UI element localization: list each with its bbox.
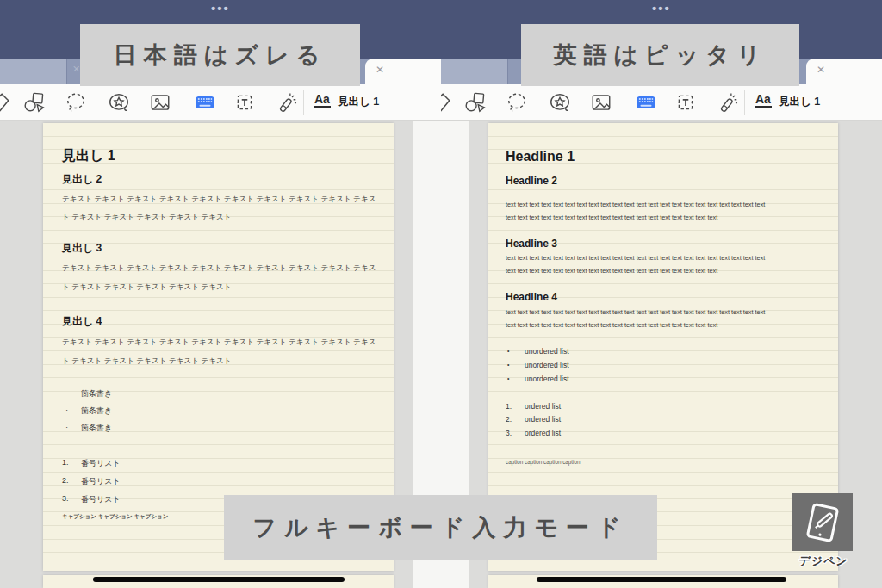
more-options-icon[interactable]: ••• <box>0 1 441 15</box>
pen-tool-icon[interactable] <box>441 90 453 115</box>
toolbar: Aa 見出し 1 <box>441 84 882 121</box>
paragraph-style-label[interactable]: 見出し 1 <box>338 95 379 109</box>
body-line: テキスト テキスト テキスト テキスト テキスト テキスト テキスト テキスト … <box>62 263 376 274</box>
body-line: ト テキスト テキスト テキスト テキスト テキスト <box>62 282 232 293</box>
heading3: 見出し 3 <box>62 241 102 256</box>
home-indicator[interactable] <box>537 577 786 582</box>
brand-name: デジペン <box>782 554 865 569</box>
body-line: text text text text text text text text … <box>506 308 765 316</box>
heading2: 見出し 2 <box>62 172 102 187</box>
body-line: ト テキスト テキスト テキスト テキスト テキスト <box>62 356 232 367</box>
body-line: text text text text text text text text … <box>506 254 765 262</box>
close-icon[interactable]: ✕ <box>817 64 825 76</box>
toolbar: Aa 見出し 1 <box>0 84 441 121</box>
text-style-button[interactable]: Aa <box>314 93 331 108</box>
home-indicator[interactable] <box>93 577 345 582</box>
tablet-pen-icon <box>799 499 846 546</box>
bullet-icon: • <box>507 375 509 381</box>
body-line: テキスト テキスト テキスト テキスト テキスト テキスト テキスト テキスト … <box>62 195 376 205</box>
more-options-icon[interactable]: ••• <box>441 1 882 15</box>
text-style-button[interactable]: Aa <box>755 93 772 108</box>
tab-inactive[interactable] <box>0 59 67 84</box>
laser-pointer-icon[interactable] <box>274 90 298 115</box>
bullet-icon: ・ <box>64 389 70 398</box>
list-item: ordered list <box>525 402 561 411</box>
list-item: 箇条書き <box>81 405 112 417</box>
list-item: ordered list <box>525 429 561 437</box>
body-line: text text text text text text text text … <box>506 267 717 275</box>
shapes-tool-icon[interactable] <box>22 90 47 115</box>
body-line: ト テキスト テキスト テキスト テキスト テキスト <box>62 213 232 223</box>
list-number: 3. <box>62 494 69 503</box>
paragraph-style-label[interactable]: 見出し 1 <box>779 95 820 109</box>
body-line: text text text text text text text text … <box>506 214 717 221</box>
caption-line: キャプション キャプション キャプション <box>62 513 168 521</box>
list-item: 番号リスト <box>81 494 121 505</box>
list-item: unordered list <box>525 374 569 383</box>
caption-banner-japanese: 日本語はズレる <box>80 24 360 86</box>
text-tool-icon[interactable] <box>233 90 257 115</box>
list-item: unordered list <box>525 361 569 369</box>
close-icon[interactable]: ✕ <box>72 64 80 75</box>
toolbar-divider <box>744 90 745 115</box>
body-line: テキスト テキスト テキスト テキスト テキスト テキスト テキスト テキスト … <box>62 337 376 348</box>
image-tool-icon[interactable] <box>148 90 172 115</box>
list-item: ordered list <box>525 415 561 424</box>
list-number: 2. <box>506 415 512 424</box>
bullet-icon: ・ <box>64 406 70 415</box>
toolbar-divider <box>303 90 304 115</box>
bullet-icon: • <box>507 348 509 354</box>
body-line: text text text text text text text text … <box>506 321 717 329</box>
heading1: 見出し 1 <box>62 147 115 165</box>
list-number: 2. <box>62 476 69 485</box>
list-number: 3. <box>506 429 512 437</box>
heading1: Headline 1 <box>506 149 575 164</box>
tab-active[interactable]: ✕ <box>365 59 441 84</box>
caption-line: caption caption caption caption <box>506 459 580 465</box>
body-line: text text text text text text text text … <box>506 201 765 208</box>
lasso-tool-icon[interactable] <box>64 90 88 115</box>
list-item: 番号リスト <box>81 458 121 469</box>
keyboard-tool-icon[interactable] <box>193 90 217 115</box>
heading4: Headline 4 <box>506 291 557 303</box>
list-number: 1. <box>62 458 69 467</box>
pen-tool-icon[interactable] <box>0 90 12 115</box>
heading3: Headline 3 <box>506 238 557 250</box>
sticker-tool-icon[interactable] <box>548 90 572 115</box>
list-item: 番号リスト <box>81 476 121 487</box>
caption-banner-bottom: フルキーボード入力モード <box>224 495 657 560</box>
list-number: 1. <box>506 402 512 411</box>
brand-logo <box>792 493 853 551</box>
tab-active[interactable]: ✕ <box>806 59 882 84</box>
bullet-icon: ・ <box>64 424 70 432</box>
tab-inactive[interactable] <box>441 59 508 84</box>
laser-pointer-icon[interactable] <box>715 90 739 115</box>
caption-banner-english: 英語はピッタリ <box>521 24 799 86</box>
sticker-tool-icon[interactable] <box>107 90 131 115</box>
heading2: Headline 2 <box>506 175 557 187</box>
keyboard-tool-icon[interactable] <box>634 90 658 115</box>
lasso-tool-icon[interactable] <box>505 90 529 115</box>
close-icon[interactable]: ✕ <box>376 64 384 76</box>
shapes-tool-icon[interactable] <box>463 90 488 115</box>
heading4: 見出し 4 <box>62 314 102 329</box>
list-item: 箇条書き <box>81 423 112 434</box>
list-item: 箇条書き <box>81 388 112 399</box>
list-item: unordered list <box>525 347 569 356</box>
image-tool-icon[interactable] <box>589 90 613 115</box>
bullet-icon: • <box>507 362 509 368</box>
collage-canvas: ••• ✕ ✕ <box>0 0 882 588</box>
text-tool-icon[interactable] <box>674 90 698 115</box>
